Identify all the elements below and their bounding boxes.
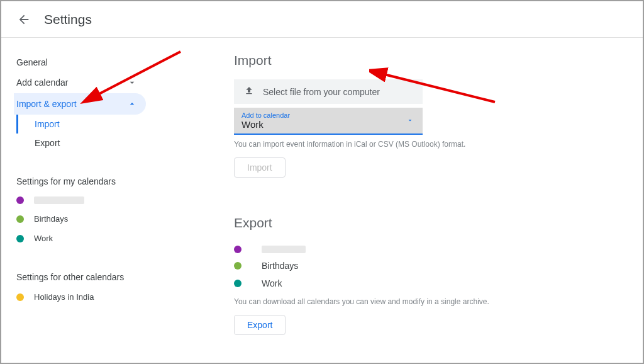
calendar-color-dot bbox=[16, 293, 24, 301]
calendar-color-dot bbox=[234, 262, 242, 270]
file-picker[interactable]: Select file from your computer bbox=[234, 79, 423, 104]
add-to-calendar-value: Work bbox=[242, 119, 415, 130]
arrow-left-icon bbox=[17, 13, 31, 26]
calendar-item[interactable]: Birthdays bbox=[14, 209, 165, 229]
calendar-label: Work bbox=[34, 234, 53, 243]
calendar-label: Birthdays bbox=[262, 261, 298, 271]
calendar-label: Birthdays bbox=[34, 214, 68, 224]
export-calendar-item: Birthdays bbox=[234, 257, 618, 275]
redacted-label bbox=[34, 196, 84, 204]
calendar-label: Holidays in India bbox=[34, 292, 94, 302]
subnav-import[interactable]: Import bbox=[16, 115, 165, 134]
file-picker-label: Select file from your computer bbox=[263, 87, 380, 97]
calendar-color-dot bbox=[234, 246, 242, 253]
nav-add-calendar[interactable]: Add calendar bbox=[14, 72, 146, 93]
dropdown-arrow-icon bbox=[406, 115, 414, 127]
calendar-label: Work bbox=[262, 278, 282, 288]
calendar-item[interactable]: Holidays in India bbox=[14, 287, 165, 307]
calendar-item[interactable] bbox=[14, 191, 165, 209]
sidebar: General Add calendar Import & export Imp… bbox=[1, 53, 165, 335]
import-button[interactable]: Import bbox=[234, 157, 286, 178]
export-calendar-item: Work bbox=[234, 275, 618, 292]
export-button-label: Export bbox=[247, 320, 272, 330]
nav-general-label: General bbox=[16, 57, 48, 67]
main: Import Select file from your computer Ad… bbox=[165, 53, 643, 335]
nav-import-export-label: Import & export bbox=[16, 99, 77, 109]
redacted-label bbox=[262, 246, 306, 253]
subnav-export-label: Export bbox=[35, 138, 60, 148]
other-calendars-heading: Settings for other calendars bbox=[14, 267, 165, 287]
subnav-export[interactable]: Export bbox=[16, 134, 165, 152]
page-title: Settings bbox=[44, 12, 92, 27]
nav-general[interactable]: General bbox=[14, 53, 146, 72]
add-to-calendar-label: Add to calendar bbox=[242, 111, 415, 119]
calendar-color-dot bbox=[16, 235, 24, 242]
chevron-up-icon bbox=[126, 98, 138, 110]
export-button[interactable]: Export bbox=[234, 315, 286, 335]
nav-add-calendar-label: Add calendar bbox=[16, 77, 69, 88]
calendar-color-dot bbox=[16, 196, 24, 204]
export-calendar-item bbox=[234, 242, 618, 257]
add-to-calendar-select[interactable]: Add to calendar Work bbox=[234, 108, 423, 135]
my-calendars-heading: Settings for my calendars bbox=[14, 171, 165, 191]
import-heading: Import bbox=[234, 53, 618, 68]
export-help-text: You can download all calendars you can v… bbox=[234, 297, 618, 306]
back-button[interactable] bbox=[16, 12, 31, 27]
calendar-color-dot bbox=[16, 215, 24, 223]
calendar-item[interactable]: Work bbox=[14, 229, 165, 248]
subnav-import-label: Import bbox=[35, 119, 60, 129]
chevron-down-icon bbox=[126, 76, 138, 89]
import-help-text: You can import event information in iCal… bbox=[234, 140, 618, 149]
export-heading: Export bbox=[234, 215, 618, 230]
import-button-label: Import bbox=[247, 162, 272, 173]
upload-icon bbox=[244, 86, 254, 98]
nav-import-export[interactable]: Import & export bbox=[14, 93, 146, 115]
header: Settings bbox=[1, 1, 643, 38]
calendar-color-dot bbox=[234, 280, 242, 287]
